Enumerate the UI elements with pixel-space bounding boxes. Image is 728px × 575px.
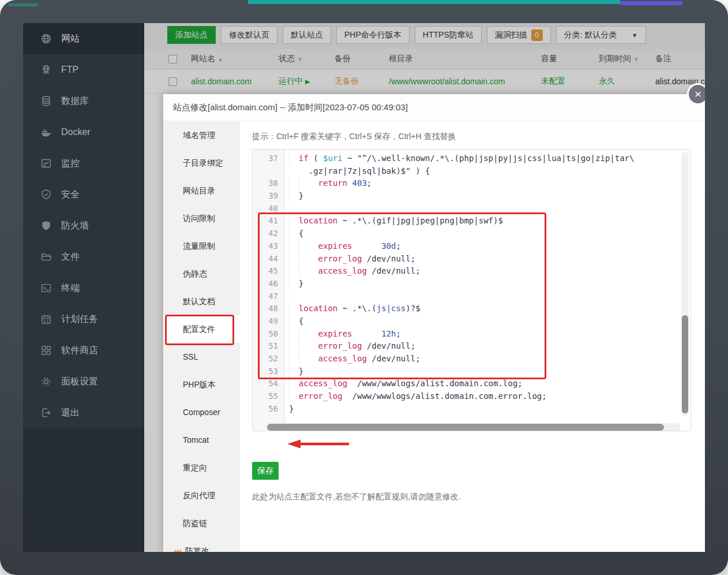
close-icon[interactable]: × (687, 83, 705, 105)
modal-menu-php-version[interactable]: PHP版本 (163, 371, 239, 398)
code-lines: 37if ( $uri ~ "^/\.well-known/.*\.(php|j… (253, 152, 691, 415)
horizontal-scroll-thumb[interactable] (267, 424, 664, 431)
shield-icon (40, 220, 52, 232)
sidebar-item-cron[interactable]: 计划任务 (23, 304, 144, 335)
modal-menu-rewrite[interactable]: 伪静态 (163, 260, 239, 288)
sidebar-item-label: FTP (61, 65, 78, 75)
modal-menu-composer[interactable]: Composer (163, 398, 239, 426)
editor-hint: 提示：Ctrl+F 搜索关键字，Ctrl+S 保存，Ctrl+H 查找替换 (252, 132, 456, 142)
sidebar-item-ftp[interactable]: FTP (23, 54, 144, 85)
logout-icon (40, 407, 52, 419)
config-footer-note: 此处为站点主配置文件,若您不了解配置规则,请勿随意修改. (252, 492, 461, 502)
sidebar-item-logout[interactable]: 退出 (23, 397, 144, 428)
sidebar-item-websites[interactable]: 网站 (23, 23, 144, 54)
modal-menu-tomcat[interactable]: Tomcat (163, 426, 239, 454)
config-editor[interactable]: 37if ( $uri ~ "^/\.well-known/.*\.(php|j… (252, 149, 691, 431)
sidebar-item-label: 面板设置 (61, 376, 98, 388)
sidebar-item-label: 计划任务 (61, 313, 98, 326)
screenshot-frame: 网站 FTP 数据库 Docker 监控 (0, 0, 728, 575)
monitor-icon (40, 158, 52, 169)
sidebar-item-label: 数据库 (61, 95, 89, 107)
sidebar-item-monitor[interactable]: 监控 (23, 148, 144, 179)
sidebar-item-label: Docker (61, 127, 91, 137)
terminal-icon (40, 282, 52, 294)
modal-menu-access-limit[interactable]: 访问限制 (163, 204, 239, 232)
sidebar: 网站 FTP 数据库 Docker 监控 (23, 23, 144, 552)
panel-window: 网站 FTP 数据库 Docker 监控 (23, 23, 705, 552)
modal-menu-ssl[interactable]: SSL (163, 343, 239, 371)
modal-menu-traffic-limit[interactable]: 流量限制 (163, 232, 239, 260)
editor-vertical-scrollbar[interactable] (681, 152, 689, 416)
frame-accent-purple (620, 1, 682, 5)
modal-menu-site-dir[interactable]: 网站目录 (163, 177, 239, 204)
save-button[interactable]: 保存 (252, 462, 279, 480)
sidebar-item-label: 防火墙 (61, 220, 89, 232)
sidebar-item-label: 安全 (61, 189, 80, 201)
sidebar-item-terminal[interactable]: 终端 (23, 272, 144, 304)
editor-horizontal-scrollbar[interactable] (266, 423, 681, 431)
vertical-scroll-thumb[interactable] (682, 315, 688, 413)
globe-icon (40, 33, 52, 44)
modal-menu-redirect[interactable]: 重定向 (163, 454, 239, 481)
sidebar-item-label: 监控 (61, 158, 80, 170)
frame-accent-teal-small (8, 3, 38, 6)
sidebar-item-appstore[interactable]: 软件商店 (23, 335, 144, 366)
shield-check-icon (40, 189, 52, 200)
ftp-icon (40, 64, 52, 76)
modal-menu-reverse-proxy[interactable]: 反向代理 (163, 481, 239, 509)
modal-menu-config-file[interactable]: 配置文件 (163, 315, 239, 343)
sidebar-item-label: 软件商店 (61, 345, 98, 357)
sidebar-item-files[interactable]: 文件 (23, 241, 144, 272)
sidebar-item-panel-settings[interactable]: 面板设置 (23, 366, 144, 397)
sidebar-item-label: 终端 (61, 282, 80, 294)
modal-menu-default-doc[interactable]: 默认文档 (163, 288, 239, 315)
modal-menu-domain[interactable]: 域名管理 (163, 121, 239, 149)
frame-accent-teal (248, 0, 620, 4)
sidebar-item-label: 网站 (61, 33, 80, 45)
modal-title: 站点修改[alist.domain.com] -- 添加时间[2023-07-0… (163, 94, 705, 121)
sidebar-item-docker[interactable]: Docker (23, 117, 144, 148)
modal-menu-subdir[interactable]: 子目录绑定 (163, 149, 239, 177)
grid-icon (40, 345, 52, 356)
site-edit-modal: 站点修改[alist.domain.com] -- 添加时间[2023-07-0… (163, 94, 705, 552)
modal-menu-anti-leech[interactable]: 防盗链 (163, 509, 239, 537)
sidebar-item-label: 文件 (61, 251, 80, 263)
sidebar-item-database[interactable]: 数据库 (23, 85, 144, 117)
sidebar-item-label: 退出 (61, 407, 80, 419)
database-icon (40, 95, 52, 107)
gear-icon (40, 376, 52, 387)
folder-icon (40, 251, 52, 263)
sidebar-item-security[interactable]: 安全 (23, 179, 144, 210)
crown-icon (173, 547, 182, 552)
modal-menu-tamper-proof[interactable]: 防篡改 (163, 537, 239, 552)
modal-menu: 域名管理 子目录绑定 网站目录 访问限制 流量限制 伪静态 默认文档 配置文件 … (163, 121, 239, 552)
modal-body: 提示：Ctrl+F 搜索关键字，Ctrl+S 保存，Ctrl+H 查找替换 37… (239, 121, 705, 552)
calendar-icon (40, 313, 52, 325)
sidebar-item-firewall[interactable]: 防火墙 (23, 210, 144, 241)
docker-icon (40, 126, 52, 138)
